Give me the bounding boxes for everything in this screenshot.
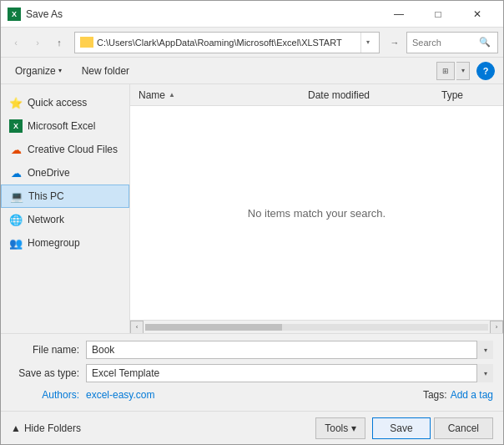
- sidebar-item-microsoft-excel[interactable]: X Microsoft Excel: [1, 114, 129, 138]
- tags-label: Tags:: [423, 389, 447, 401]
- sidebar-item-label: Network: [28, 214, 64, 225]
- sidebar-item-quick-access[interactable]: ⭐ Quick access: [1, 91, 129, 114]
- save-form: File name: ▾ Save as type: ▾ Authors: ex…: [1, 333, 503, 411]
- sidebar-item-label: Microsoft Excel: [28, 120, 95, 132]
- tags-value[interactable]: Add a tag: [451, 389, 493, 401]
- column-type[interactable]: Type: [436, 89, 503, 101]
- sidebar-item-homegroup[interactable]: 👥 Homegroup: [1, 231, 129, 255]
- view-dropdown-button[interactable]: ▾: [456, 62, 470, 80]
- scroll-track[interactable]: [145, 324, 488, 331]
- window-icon: X: [8, 8, 21, 21]
- minimize-button[interactable]: —: [380, 2, 418, 27]
- scroll-right-button[interactable]: ›: [490, 321, 503, 334]
- scroll-left-button[interactable]: ‹: [130, 321, 144, 334]
- filename-input[interactable]: [86, 341, 493, 359]
- filename-input-wrap: ▾: [86, 341, 493, 359]
- savetype-input[interactable]: [86, 364, 493, 382]
- tools-arrow-icon: ▾: [351, 422, 356, 434]
- save-button[interactable]: Save: [372, 417, 430, 439]
- organize-button[interactable]: Organize ▾: [9, 62, 68, 80]
- col-type-label: Type: [441, 89, 463, 101]
- filename-dropdown-button[interactable]: ▾: [476, 341, 493, 359]
- savetype-input-wrap: ▾: [86, 364, 493, 382]
- sidebar-item-network[interactable]: 🌐 Network: [1, 208, 129, 231]
- creative-cloud-icon: ☁: [9, 143, 23, 156]
- new-folder-button[interactable]: New folder: [76, 62, 135, 80]
- organize-chevron-icon: ▾: [58, 67, 62, 74]
- path-text: C:\Users\Clark\AppData\Roaming\Microsoft…: [97, 38, 360, 48]
- file-list: No items match your search.: [130, 106, 503, 320]
- search-input[interactable]: [412, 38, 479, 48]
- back-button[interactable]: ‹: [6, 33, 26, 53]
- file-area: Name ▲ Date modified Type No items match…: [130, 84, 503, 333]
- new-folder-label: New folder: [82, 65, 129, 77]
- sidebar: ⭐ Quick access X Microsoft Excel ☁ Creat…: [1, 84, 130, 333]
- hide-folders-label: Hide Folders: [24, 422, 81, 434]
- forward-nav-button[interactable]: ›: [28, 33, 48, 53]
- maximize-button[interactable]: □: [419, 2, 457, 27]
- col-date-label: Date modified: [308, 89, 370, 101]
- sort-arrow-icon: ▲: [169, 91, 175, 99]
- tools-label: Tools: [325, 422, 348, 434]
- no-items-message: No items match your search.: [248, 207, 386, 220]
- sidebar-item-label: Creative Cloud Files: [28, 144, 118, 155]
- search-icon: 🔍: [479, 37, 491, 48]
- path-dropdown-button[interactable]: ▾: [360, 33, 374, 53]
- organize-label: Organize: [15, 65, 56, 77]
- window-controls: — □ ✕: [380, 2, 496, 27]
- savetype-dropdown-button[interactable]: ▾: [476, 364, 493, 382]
- onedrive-icon: ☁: [9, 166, 23, 180]
- address-bar[interactable]: C:\Users\Clark\AppData\Roaming\Microsoft…: [74, 32, 380, 53]
- savetype-row: Save as type: ▾: [11, 364, 493, 382]
- microsoft-excel-icon: X: [9, 119, 23, 133]
- savetype-label: Save as type:: [11, 367, 86, 379]
- up-button[interactable]: ↑: [49, 33, 69, 53]
- view-controls: ⊞ ▾: [436, 62, 470, 80]
- filename-row: File name: ▾: [11, 341, 493, 359]
- window-title: Save As: [26, 8, 380, 20]
- sidebar-item-onedrive[interactable]: ☁ OneDrive: [1, 161, 129, 185]
- hide-folders-button[interactable]: ▲ Hide Folders: [11, 422, 81, 434]
- sidebar-item-label: Quick access: [28, 97, 87, 109]
- close-button[interactable]: ✕: [458, 2, 496, 27]
- homegroup-icon: 👥: [9, 236, 23, 250]
- network-icon: 🌐: [9, 213, 23, 226]
- sidebar-item-this-pc[interactable]: 💻 This PC: [1, 185, 129, 208]
- cancel-button[interactable]: Cancel: [434, 417, 493, 439]
- help-button[interactable]: ?: [476, 62, 495, 80]
- filename-label: File name:: [11, 344, 86, 356]
- search-box: 🔍: [406, 32, 498, 53]
- sidebar-item-label: Homegroup: [28, 237, 80, 249]
- tools-button[interactable]: Tools ▾: [315, 417, 365, 439]
- navigate-forward-button[interactable]: →: [385, 33, 405, 53]
- view-button[interactable]: ⊞: [436, 62, 455, 80]
- meta-row: Authors: excel-easy.com Tags: Add a tag: [11, 387, 493, 406]
- authors-value[interactable]: excel-easy.com: [86, 389, 154, 401]
- scroll-thumb: [145, 324, 282, 331]
- hide-folders-icon: ▲: [11, 422, 21, 434]
- authors-label: Authors:: [11, 389, 86, 401]
- navigation-bar: ‹ › ↑ C:\Users\Clark\AppData\Roaming\Mic…: [1, 28, 503, 58]
- column-name[interactable]: Name ▲: [130, 89, 303, 101]
- footer: ▲ Hide Folders Tools ▾ Save Cancel: [1, 411, 503, 444]
- content-area: ⭐ Quick access X Microsoft Excel ☁ Creat…: [1, 84, 503, 333]
- sidebar-item-label: OneDrive: [28, 167, 70, 179]
- quick-access-icon: ⭐: [9, 96, 23, 109]
- title-bar: X Save As — □ ✕: [1, 1, 503, 28]
- folder-icon: [80, 37, 93, 48]
- sidebar-item-creative-cloud[interactable]: ☁ Creative Cloud Files: [1, 138, 129, 161]
- sidebar-item-label: This PC: [28, 190, 64, 202]
- toolbar: Organize ▾ New folder ⊞ ▾ ?: [1, 58, 503, 84]
- this-pc-icon: 💻: [10, 190, 23, 203]
- file-list-header: Name ▲ Date modified Type: [130, 84, 503, 106]
- column-date[interactable]: Date modified: [303, 89, 436, 101]
- horizontal-scrollbar[interactable]: ‹ ›: [130, 320, 503, 333]
- col-name-label: Name: [139, 89, 165, 101]
- tools-wrap: Tools ▾ Save Cancel: [315, 417, 493, 439]
